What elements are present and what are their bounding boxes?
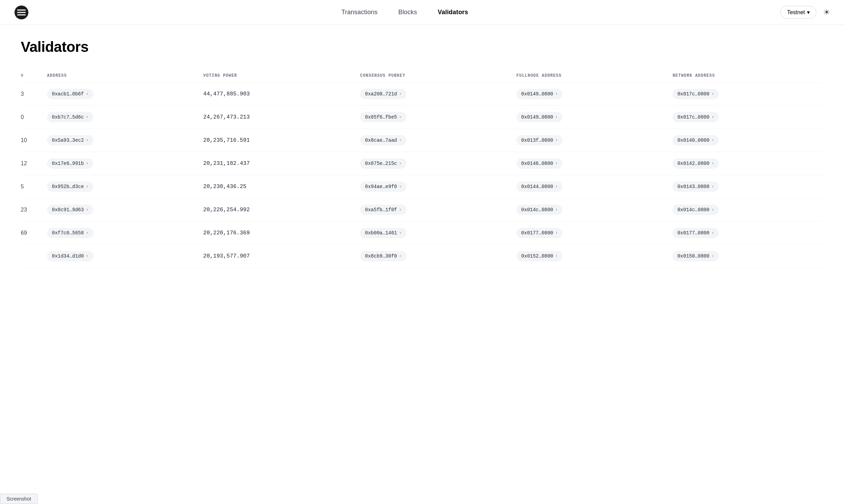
row-fullnode-address: 0x013f…0800› — [511, 129, 667, 152]
address-text: 0x8c91…9d63 — [52, 207, 84, 213]
consensus-pubkey-badge[interactable]: 0x875e…215c› — [360, 158, 406, 169]
address-text: 0x952b…d3ce — [52, 184, 84, 189]
row-address: 0x8c91…9d63› — [42, 198, 198, 222]
row-consensus-pubkey: 0x8cb9…30f0› — [355, 245, 511, 268]
fullnode-address-text: 0x0149…0800 — [521, 91, 553, 97]
chevron-right-icon: › — [712, 207, 714, 212]
table-row: 30xacb1…0b6f›44,477,885.9030xa208…721d›0… — [21, 83, 823, 106]
network-address-text: 0x0142…0800 — [677, 161, 709, 166]
network-address-badge[interactable]: 0x0177…0800› — [672, 228, 719, 238]
network-address-badge[interactable]: 0x017c…0800› — [672, 112, 719, 122]
fullnode-address-badge[interactable]: 0x0146…0800› — [516, 158, 563, 169]
chevron-right-icon: › — [712, 184, 714, 189]
chevron-right-icon: › — [712, 254, 714, 259]
chevron-right-icon: › — [712, 231, 714, 235]
row-voting-power: 20,226,254.992 — [198, 198, 355, 222]
address-badge[interactable]: 0xb7c7…5d6c› — [47, 112, 93, 122]
network-address-text: 0x017c…0800 — [677, 114, 709, 120]
row-voting-power: 20,220,176.369 — [198, 222, 355, 245]
row-fullnode-address: 0x0149…0800› — [511, 83, 667, 106]
address-badge[interactable]: 0x17e6…991b› — [47, 158, 93, 169]
table-row: 120x17e6…991b›20,231,182.4370x875e…215c›… — [21, 152, 823, 175]
fullnode-address-badge[interactable]: 0x0144…0800› — [516, 181, 563, 192]
fullnode-address-badge[interactable]: 0x0177…0800› — [516, 228, 563, 238]
network-address-text: 0x017c…0800 — [677, 91, 709, 97]
network-address-badge[interactable]: 0x0142…0800› — [672, 158, 719, 169]
consensus-pubkey-badge[interactable]: 0x94ae…e9f0› — [360, 181, 406, 192]
network-label: Testnet — [787, 9, 805, 16]
fullnode-address-badge[interactable]: 0x013f…0800› — [516, 135, 563, 146]
chevron-right-icon: › — [86, 207, 88, 212]
row-consensus-pubkey: 0xa5fb…1f0f› — [355, 198, 511, 222]
table-row: 50x952b…d3ce›20,230,436.250x94ae…e9f0›0x… — [21, 175, 823, 198]
chevron-right-icon: › — [86, 161, 88, 166]
table-row: 00xb7c7…5d6c›24,267,473.2130x85f6…fbe5›0… — [21, 106, 823, 129]
row-voting-power: 20,230,436.25 — [198, 175, 355, 198]
col-index: # — [21, 69, 42, 83]
nav-blocks[interactable]: Blocks — [398, 9, 417, 16]
consensus-pubkey-badge[interactable]: 0xa208…721d› — [360, 89, 406, 99]
address-badge[interactable]: 0xf7c0…5658› — [47, 228, 93, 238]
table-body: 30xacb1…0b6f›44,477,885.9030xa208…721d›0… — [21, 83, 823, 268]
row-index: 3 — [21, 83, 42, 106]
consensus-pubkey-badge[interactable]: 0x8cae…7aad› — [360, 135, 406, 146]
consensus-pubkey-badge[interactable]: 0xb00a…1461› — [360, 228, 406, 238]
row-address: 0x1d34…d1d0› — [42, 245, 198, 268]
chevron-right-icon: › — [712, 92, 714, 96]
row-address: 0xf7c0…5658› — [42, 222, 198, 245]
address-badge[interactable]: 0x1d34…d1d0› — [47, 251, 93, 261]
fullnode-address-badge[interactable]: 0x0152…0800› — [516, 251, 563, 261]
fullnode-address-text: 0x014c…0800 — [521, 207, 553, 213]
address-badge[interactable]: 0x952b…d3ce› — [47, 181, 93, 192]
chevron-right-icon: › — [555, 161, 558, 166]
table-header-row: # ADDRESS VOTING POWER CONSENSUS PUBKEY … — [21, 69, 823, 83]
chevron-right-icon: › — [555, 231, 558, 235]
consensus-pubkey-text: 0xb00a…1461 — [365, 230, 397, 236]
table-row: 100x5a93…3ec2›20,235,716.5910x8cae…7aad›… — [21, 129, 823, 152]
row-consensus-pubkey: 0x8cae…7aad› — [355, 129, 511, 152]
theme-toggle[interactable]: ☀ — [823, 8, 830, 17]
chevron-right-icon: › — [712, 115, 714, 120]
chevron-right-icon: › — [399, 92, 402, 96]
network-selector[interactable]: Testnet ▾ — [780, 6, 816, 19]
address-badge[interactable]: 0x5a93…3ec2› — [47, 135, 93, 146]
consensus-pubkey-badge[interactable]: 0x8cb9…30f0› — [360, 251, 406, 261]
address-text: 0xb7c7…5d6c — [52, 114, 84, 120]
fullnode-address-text: 0x0149…0800 — [521, 114, 553, 120]
address-badge[interactable]: 0x8c91…9d63› — [47, 205, 93, 215]
network-address-badge[interactable]: 0x0140…0800› — [672, 135, 719, 146]
screenshot-label: Screenshot — [0, 494, 38, 504]
row-address: 0x5a93…3ec2› — [42, 129, 198, 152]
row-consensus-pubkey: 0xb00a…1461› — [355, 222, 511, 245]
consensus-pubkey-badge[interactable]: 0x85f6…fbe5› — [360, 112, 406, 122]
fullnode-address-badge[interactable]: 0x0149…0800› — [516, 89, 563, 99]
fullnode-address-badge[interactable]: 0x014c…0800› — [516, 205, 563, 215]
table-row: 690xf7c0…5658›20,220,176.3690xb00a…1461›… — [21, 222, 823, 245]
fullnode-address-text: 0x0146…0800 — [521, 161, 553, 166]
network-address-badge[interactable]: 0x017c…0800› — [672, 89, 719, 99]
network-address-badge[interactable]: 0x0150…0800› — [672, 251, 719, 261]
address-badge[interactable]: 0xacb1…0b6f› — [47, 89, 93, 99]
fullnode-address-badge[interactable]: 0x0149…0800› — [516, 112, 563, 122]
chevron-right-icon: › — [86, 92, 88, 96]
network-address-badge[interactable]: 0x014c…0800› — [672, 205, 719, 215]
address-text: 0x5a93…3ec2 — [52, 138, 84, 143]
consensus-pubkey-badge[interactable]: 0xa5fb…1f0f› — [360, 205, 406, 215]
nav-validators[interactable]: Validators — [438, 9, 468, 16]
address-text: 0xacb1…0b6f — [52, 91, 84, 97]
chevron-right-icon: › — [86, 138, 88, 143]
chevron-right-icon: › — [399, 184, 402, 189]
row-fullnode-address: 0x0144…0800› — [511, 175, 667, 198]
fullnode-address-text: 0x013f…0800 — [521, 138, 553, 143]
network-address-text: 0x0150…0800 — [677, 253, 709, 259]
network-address-badge[interactable]: 0x0143…0800› — [672, 181, 719, 192]
logo[interactable] — [14, 5, 29, 20]
consensus-pubkey-text: 0xa5fb…1f0f — [365, 207, 397, 213]
network-address-text: 0x0177…0800 — [677, 230, 709, 236]
row-index: 10 — [21, 129, 42, 152]
row-consensus-pubkey: 0xa208…721d› — [355, 83, 511, 106]
chevron-right-icon: › — [555, 92, 558, 96]
row-fullnode-address: 0x0177…0800› — [511, 222, 667, 245]
nav-transactions[interactable]: Transactions — [341, 9, 378, 16]
chevron-right-icon: › — [399, 207, 402, 212]
